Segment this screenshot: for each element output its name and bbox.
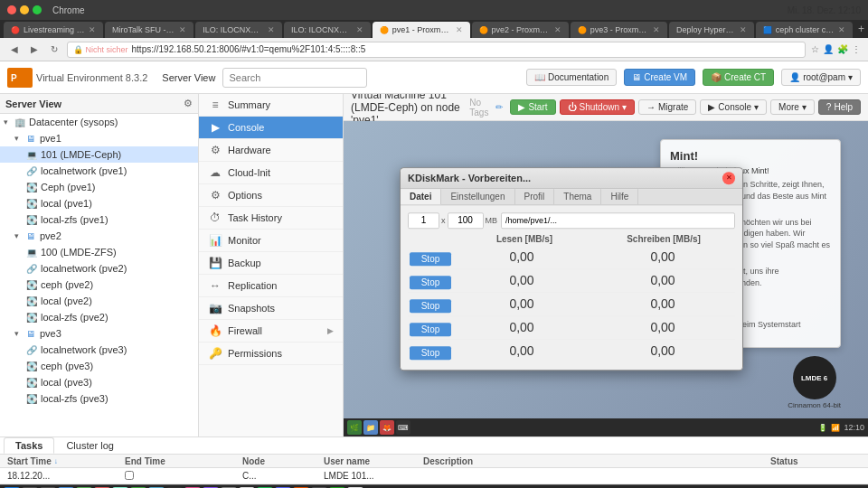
tab-0[interactable]: 🔴 Livestreaming - I... ✕ xyxy=(4,22,103,38)
forward-button[interactable]: ▶ xyxy=(27,42,42,57)
modal-tab-hilfe[interactable]: Hilfe xyxy=(601,189,638,204)
create-ct-button[interactable]: 📦 Create CT xyxy=(703,69,774,86)
bookmark-icon[interactable]: ☆ xyxy=(811,44,819,54)
tab-2[interactable]: ILO: ILOCNXD0... ✕ xyxy=(195,22,282,38)
nav-item-monitor[interactable]: 📊 Monitor xyxy=(199,230,343,252)
tree-local-zfs-pve1[interactable]: 💽 local-zfs (pve1) xyxy=(0,211,198,228)
nav-item-cloud-init[interactable]: ☁ Cloud-Init xyxy=(199,162,343,184)
count-input[interactable] xyxy=(408,212,439,229)
tab-cluster-log[interactable]: Cluster log xyxy=(54,437,126,454)
tree-vm-101[interactable]: 💻 101 (LMDE-Ceph) xyxy=(0,146,198,163)
profile-icon[interactable]: 👤 xyxy=(823,44,834,54)
tab-tasks[interactable]: Tasks xyxy=(4,437,54,454)
menu-icon[interactable]: ⋮ xyxy=(852,44,861,54)
shutdown-button[interactable]: ⏻ Shutdown ▾ xyxy=(560,99,635,115)
tree-localnetwork-pve2[interactable]: 🔗 localnetwork (pve2) xyxy=(0,260,198,277)
proxmox-version: Virtual Environment 8.3.2 xyxy=(36,72,147,83)
summary-icon: ≡ xyxy=(208,99,222,111)
modal-tab-thema[interactable]: Thema xyxy=(554,189,601,204)
sidebar-gear-icon[interactable]: ⚙ xyxy=(184,98,193,109)
taskbar-browser-icon[interactable]: 🦊 xyxy=(380,420,394,435)
create-vm-button[interactable]: 🖥 Create VM xyxy=(624,69,695,86)
tree-local-pve1[interactable]: 💽 local (pve1) xyxy=(0,195,198,211)
nav-item-firewall[interactable]: 🔥 Firewall ▶ xyxy=(199,320,343,343)
tree-vm-100-pve2[interactable]: 💻 100 (LMDE-ZFS) xyxy=(0,244,198,260)
help-button[interactable]: ? Help xyxy=(818,99,861,115)
documentation-button[interactable]: 📖 Documentation xyxy=(526,69,617,86)
more-button[interactable]: More ▾ xyxy=(770,99,815,115)
nav-item-permissions[interactable]: 🔑 Permissions xyxy=(199,343,343,365)
modal-count-row: x MB xyxy=(408,212,497,229)
url-bar[interactable]: 🔒 Nicht sicher https://192.168.50.21:800… xyxy=(67,42,806,58)
maximize-dot[interactable] xyxy=(33,5,42,14)
tab-6[interactable]: 🟠 pve3 - Proxmox... ✕ xyxy=(571,22,667,38)
nav-item-replication[interactable]: ↔ Replication xyxy=(199,275,343,297)
tree-localnetwork-pve1[interactable]: 🔗 localnetwork (pve1) xyxy=(0,163,198,179)
new-tab-button[interactable]: + xyxy=(858,23,864,35)
taskbar-terminal-icon[interactable]: ⌨ xyxy=(396,420,410,435)
nav-item-task-history[interactable]: ⏱ Task History xyxy=(199,207,343,230)
edit-tags-icon[interactable]: ✏ xyxy=(495,102,503,112)
disk-icon-ceph-pve1: 💽 xyxy=(25,181,38,193)
tree-pve2[interactable]: ▾ 🖥 pve2 xyxy=(0,228,198,244)
close-dot[interactable] xyxy=(7,5,16,14)
path-input[interactable] xyxy=(501,212,735,229)
tree-pve3[interactable]: ▾ 🖥 pve3 xyxy=(0,325,198,342)
tab-1[interactable]: MiroTalk SFU - 0... ✕ xyxy=(105,22,193,38)
modal-close-button[interactable]: ✕ xyxy=(722,172,735,184)
stop-btn-2[interactable]: Stop xyxy=(410,299,451,313)
tree-ceph-pve3[interactable]: 💽 ceph (pve3) xyxy=(0,358,198,374)
stop-btn-1[interactable]: Stop xyxy=(410,276,451,289)
tab-8[interactable]: 🟦 ceph cluster cre... ✕ xyxy=(756,22,853,38)
size-input[interactable] xyxy=(448,212,484,229)
nav-item-snapshots[interactable]: 📷 Snapshots xyxy=(199,297,343,320)
tree-local-pve2[interactable]: 💽 local (pve2) xyxy=(0,293,198,309)
tree-pve1[interactable]: ▾ 🖥 pve1 xyxy=(0,130,198,146)
nav-item-backup[interactable]: 💾 Backup xyxy=(199,252,343,275)
user-button[interactable]: 👤 root@pam ▾ xyxy=(781,69,861,86)
stop-btn-0[interactable]: Stop xyxy=(410,252,451,266)
nav-item-hardware[interactable]: ⚙ Hardware xyxy=(199,139,343,162)
start-button[interactable]: ▶ Start xyxy=(510,99,555,115)
extension-icon[interactable]: 🧩 xyxy=(837,44,848,54)
minimize-dot[interactable] xyxy=(20,5,29,14)
back-button[interactable]: ◀ xyxy=(7,42,22,57)
network-icon-pve1: 🔗 xyxy=(25,164,38,177)
tree-ceph-pve2[interactable]: 💽 ceph (pve2) xyxy=(0,277,198,293)
sort-icon[interactable]: ↓ xyxy=(54,457,58,465)
backup-icon: 💾 xyxy=(208,257,222,269)
tree-datacenter[interactable]: ▾ 🏢 Datacenter (sysops) xyxy=(0,114,198,130)
modal-tab-profil[interactable]: Profil xyxy=(515,189,555,204)
modal-tab-datei[interactable]: Datei xyxy=(401,189,441,204)
migrate-button[interactable]: → Migrate xyxy=(638,99,696,115)
tree-local-zfs-pve2[interactable]: 💽 local-zfs (pve2) xyxy=(0,309,198,325)
taskbar-files-icon[interactable]: 📁 xyxy=(363,420,378,435)
modal-tab-einstellungen[interactable]: Einstellungen xyxy=(441,189,514,204)
search-input[interactable] xyxy=(222,68,367,88)
svg-text:P: P xyxy=(11,73,17,83)
nav-item-options[interactable]: ⚙ Options xyxy=(199,184,343,207)
task-checkbox[interactable] xyxy=(125,471,134,480)
taskbar-menu-icon[interactable]: 🌿 xyxy=(347,420,362,435)
local-pve1-label: local (pve1) xyxy=(41,198,92,209)
tab-5[interactable]: 🟠 pve2 - Proxmox... ✕ xyxy=(472,22,569,38)
stop-btn-4[interactable]: Stop xyxy=(410,346,451,360)
nav-hardware-label: Hardware xyxy=(228,145,271,155)
console-button[interactable]: ▶ Console ▾ xyxy=(700,99,767,115)
vm-icon: 🖥 xyxy=(632,72,641,82)
tree-local-zfs-pve3[interactable]: 💽 local-zfs (pve3) xyxy=(0,390,198,407)
tree-localnetwork-pve3[interactable]: 🔗 localnetwork (pve3) xyxy=(0,342,198,358)
stop-btn-3[interactable]: Stop xyxy=(410,323,451,336)
tab-3[interactable]: ILO: ILOCNXD0... ✕ xyxy=(284,22,371,38)
welcome-title: Mint! xyxy=(670,149,831,163)
url-text: https://192.168.50.21:8006/#v1:0=qemu%2F… xyxy=(132,44,366,54)
nav-item-console[interactable]: ▶ Console xyxy=(199,117,343,139)
tree-ceph-pve1[interactable]: 💽 Ceph (pve1) xyxy=(0,179,198,195)
tree-local-pve3[interactable]: 💽 local (pve3) xyxy=(0,374,198,390)
nav-backup-label: Backup xyxy=(228,258,261,268)
replication-icon: ↔ xyxy=(208,279,222,292)
tab-4-active[interactable]: 🟠 pve1 - Proxmox... ✕ xyxy=(373,22,470,38)
nav-item-summary[interactable]: ≡ Summary xyxy=(199,94,343,117)
tab-7[interactable]: Deploy Hyper-C... ✕ xyxy=(669,22,754,38)
reload-button[interactable]: ↻ xyxy=(47,42,61,57)
